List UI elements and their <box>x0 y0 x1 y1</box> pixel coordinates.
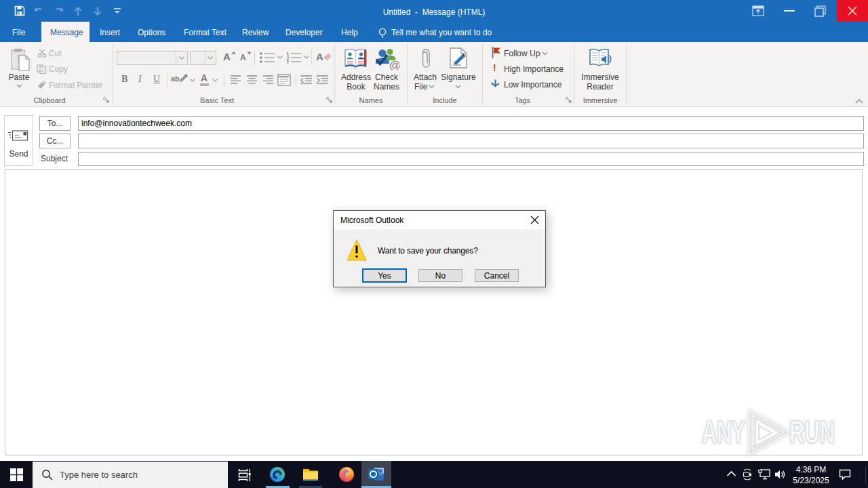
svg-text:@: @ <box>389 59 399 70</box>
svg-text:ANY: ANY <box>702 414 745 450</box>
svg-text:RUN: RUN <box>789 414 835 450</box>
